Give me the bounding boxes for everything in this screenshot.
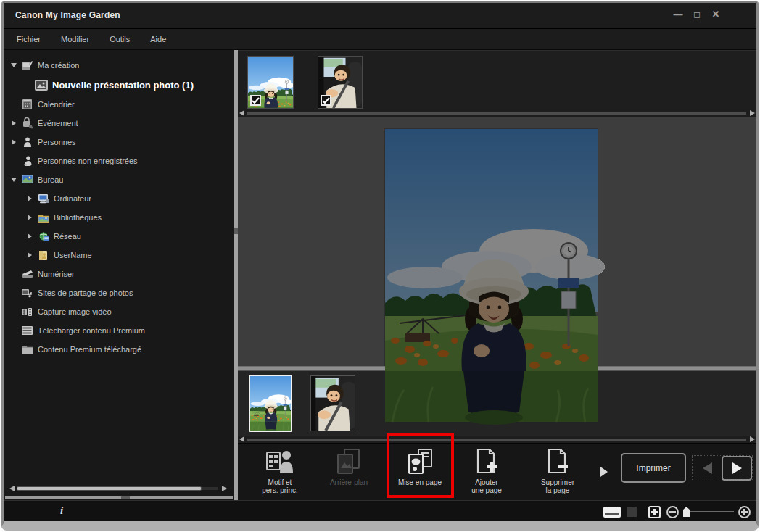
arrow-right-icon — [732, 462, 742, 474]
user-folder-icon — [37, 250, 49, 261]
page-photo-overflow — [385, 371, 598, 422]
chevron-down-icon[interactable] — [9, 63, 18, 67]
person-icon — [21, 137, 33, 148]
sidebar-horizontal-scrollbar[interactable] — [9, 486, 227, 491]
libraries-folder-icon — [37, 212, 49, 223]
chevron-right-icon[interactable] — [9, 120, 18, 126]
background-icon — [334, 446, 363, 477]
more-tools-icon[interactable] — [600, 467, 608, 477]
sidebar-item-reseau[interactable]: Réseau — [4, 227, 234, 246]
checkbox-checked-icon[interactable] — [321, 95, 331, 106]
theme-main-person-button[interactable]: Motif et pers. princ. — [249, 446, 311, 499]
network-icon — [37, 231, 49, 242]
sidebar-item-calendrier[interactable]: Calendrier — [4, 95, 234, 114]
delete-page-button[interactable]: Supprimer la page — [526, 446, 589, 499]
sidebar-item-contenu-premium[interactable]: Contenu Premium téléchargé — [4, 340, 234, 359]
menu-modifier[interactable]: Modifier — [51, 29, 99, 49]
sidebar-item-bureau[interactable]: Bureau — [4, 170, 234, 189]
scroll-left-icon[interactable] — [9, 486, 15, 491]
scroll-left-icon[interactable] — [239, 110, 244, 116]
title-bar: Canon My Image Garden — ◻ ✕ — [4, 3, 756, 29]
maximize-icon[interactable]: ◻ — [691, 9, 703, 20]
photo-sharing-icon — [21, 288, 33, 299]
premium-folder-icon — [21, 344, 33, 355]
sidebar-item-ordinateur[interactable]: Ordinateur — [4, 189, 234, 208]
calendar-icon — [21, 99, 33, 110]
desktop-icon — [21, 175, 33, 186]
source-photo-thumbnail-field[interactable] — [247, 56, 294, 109]
previous-page-button[interactable] — [693, 462, 722, 474]
premium-download-icon — [21, 325, 33, 336]
chevron-right-icon[interactable] — [25, 196, 34, 201]
menu-fichier[interactable]: Fichier — [7, 29, 51, 49]
detail-view-icon[interactable] — [627, 507, 637, 517]
scroll-right-icon[interactable] — [750, 110, 755, 116]
edit-toolbar: Motif et pers. princ. Arrière-plan Mise … — [238, 443, 756, 500]
scanner-icon — [21, 269, 33, 280]
computer-icon — [37, 194, 49, 204]
menu-aide[interactable]: Aide — [140, 29, 176, 49]
app-window: Canon My Image Garden — ◻ ✕ Fichier Modi… — [1, 1, 759, 531]
pages-strip — [238, 371, 756, 436]
event-icon — [21, 118, 33, 129]
sidebar-resize-handle[interactable] — [5, 496, 233, 499]
sidebar-item-personnes-non-enregistrees[interactable]: Personnes non enregistrées — [4, 151, 234, 170]
chevron-down-icon[interactable] — [9, 178, 18, 182]
sidebar-item-capture-video[interactable]: Capture image vidéo — [4, 302, 234, 321]
zoom-slider-handle[interactable] — [683, 507, 690, 517]
chevron-right-icon[interactable] — [25, 215, 34, 220]
page-thumbnail-2[interactable] — [310, 375, 355, 431]
zoom-in-icon[interactable] — [738, 506, 751, 518]
thumbnail-view-icon[interactable] — [603, 507, 621, 518]
selected-images-strip — [238, 50, 756, 109]
zoom-slider[interactable] — [683, 506, 734, 518]
strip-scrollbar[interactable] — [239, 110, 755, 117]
pages-scrollbar[interactable] — [239, 436, 755, 443]
checkbox-checked-icon[interactable] — [250, 95, 261, 106]
info-icon[interactable]: i — [60, 504, 63, 517]
add-page-icon — [472, 446, 501, 477]
sidebar-item-evenement[interactable]: Événement — [4, 114, 234, 133]
sidebar-item-telecharger-premium[interactable]: Télécharger contenu Premium — [4, 321, 234, 340]
close-icon[interactable]: ✕ — [710, 9, 722, 20]
sidebar-item-nouvelle-presentation-photo[interactable]: Nouvelle présentation photo (1) — [4, 75, 234, 95]
fit-view-icon[interactable] — [648, 506, 661, 518]
my-art-icon — [21, 60, 33, 71]
next-page-button[interactable] — [722, 456, 752, 481]
delete-page-icon — [543, 446, 572, 477]
background-button[interactable]: Arrière-plan — [318, 446, 380, 499]
navigation-sidebar: Ma création Nouvelle présentation photo … — [4, 50, 234, 500]
source-photo-thumbnail-car[interactable] — [318, 56, 363, 109]
chevron-right-icon[interactable] — [9, 139, 18, 145]
print-button[interactable]: Imprimer — [621, 453, 686, 483]
sidebar-item-ma-creation[interactable]: Ma création — [4, 56, 234, 75]
scroll-left-icon[interactable] — [239, 436, 244, 442]
arrow-left-icon — [703, 462, 712, 474]
photo-layout-icon — [34, 79, 48, 91]
status-bar: i — [4, 500, 756, 522]
scroll-right-icon[interactable] — [222, 486, 227, 491]
chevron-right-icon[interactable] — [25, 252, 34, 258]
layout-button-highlight — [387, 433, 454, 498]
zoom-out-icon[interactable] — [666, 506, 679, 518]
add-page-button[interactable]: Ajouter une page — [455, 446, 518, 499]
window-title: Canon My Image Garden — [15, 10, 120, 20]
sidebar-item-numeriser[interactable]: Numériser — [4, 265, 234, 283]
theme-main-person-icon — [265, 446, 294, 477]
main-area: Motif et pers. princ. Arrière-plan Mise … — [238, 50, 756, 500]
page-thumbnail-1-selected[interactable] — [249, 375, 292, 432]
chevron-right-icon[interactable] — [25, 233, 34, 239]
sidebar-item-bibliotheques[interactable]: Bibliothèques — [4, 208, 234, 227]
video-capture-icon — [21, 307, 33, 317]
sidebar-item-personnes[interactable]: Personnes — [4, 133, 234, 151]
person-unregistered-icon — [21, 156, 33, 167]
menu-outils[interactable]: Outils — [99, 29, 140, 49]
page-navigation — [692, 455, 753, 481]
sidebar-item-username[interactable]: UserName — [4, 246, 234, 265]
minimize-icon[interactable]: — — [672, 9, 684, 20]
menu-bar: Fichier Modifier Outils Aide — [4, 29, 756, 50]
scroll-right-icon[interactable] — [750, 436, 755, 442]
sidebar-item-sites-partage[interactable]: Sites de partage de photos — [4, 283, 234, 302]
